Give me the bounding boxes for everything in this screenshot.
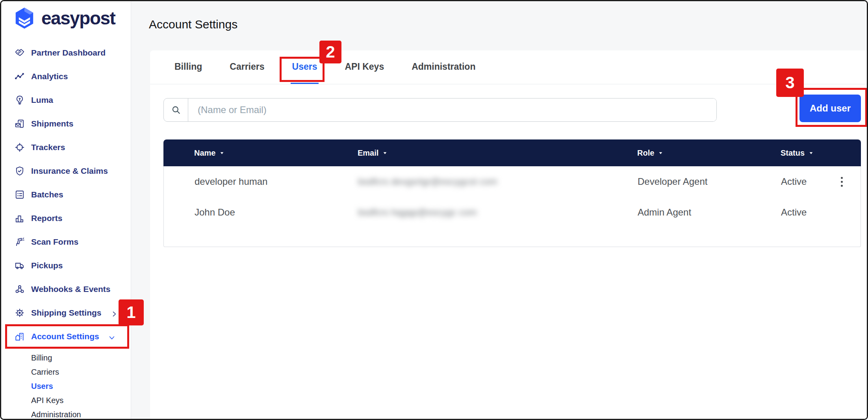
chevron-right-icon (110, 309, 118, 317)
table-body: developer human bsdfcrs devgsrtgr@escygc… (163, 166, 861, 247)
tab-carriers[interactable]: Carriers (228, 50, 266, 84)
sidebar-item-webhooks-events[interactable]: Webhooks & Events (1, 277, 131, 301)
search-icon (164, 98, 188, 121)
sidebar-item-label: Insurance & Claims (31, 166, 108, 176)
cell-status: Active (781, 176, 837, 187)
gear-icon (15, 308, 25, 318)
submenu-item-api-keys[interactable]: API Keys (1, 393, 131, 407)
chevron-down-icon (108, 333, 116, 340)
lightbulb-icon (15, 95, 25, 105)
row-menu-kebab-icon[interactable] (837, 177, 846, 187)
submenu-item-administration[interactable]: Administration (1, 407, 131, 420)
user-search-box (163, 98, 717, 122)
webhook-icon (15, 284, 25, 294)
envelope-icon (15, 119, 25, 129)
column-header-email[interactable]: Email (358, 149, 637, 158)
table-row: developer human bsdfcrs devgsrtgr@escygc… (164, 166, 861, 197)
users-table: Name Email Role Status (163, 139, 861, 247)
sidebar-item-luma[interactable]: Luma (1, 88, 131, 112)
easypost-logo-icon (12, 6, 37, 30)
sidebar-item-account-settings[interactable]: Account Settings (1, 325, 131, 348)
page-title: Account Settings (149, 18, 237, 31)
sidebar-item-shipping-settings[interactable]: Shipping Settings (1, 301, 131, 325)
sidebar-item-label: Shipments (31, 119, 73, 128)
column-header-status[interactable]: Status (781, 149, 837, 158)
sidebar-nav: Partner Dashboard Analytics (1, 41, 131, 420)
column-header-name[interactable]: Name (194, 149, 358, 158)
line-chart-icon (15, 71, 25, 82)
tab-administration[interactable]: Administration (410, 50, 477, 84)
crosshair-icon (15, 142, 25, 152)
cell-role: Developer Agent (638, 176, 781, 187)
tab-bar: Billing Carriers Users API Keys Administ… (150, 50, 867, 84)
sort-icon (382, 151, 388, 156)
sidebar-item-label: Batches (31, 190, 63, 199)
sidebar-item-partner-dashboard[interactable]: Partner Dashboard (1, 41, 131, 65)
sidebar-item-analytics[interactable]: Analytics (1, 65, 131, 88)
sidebar-item-shipments[interactable]: Shipments (1, 112, 131, 136)
cell-role: Admin Agent (638, 207, 781, 218)
easypost-logo[interactable]: easypost (12, 6, 115, 30)
tab-api-keys[interactable]: API Keys (343, 50, 386, 84)
table-row: John Doe bsdfcrs hqgqp@escygc com Admin … (164, 197, 861, 228)
cell-email-blurred: bsdfcrs hqgqp@escygc com (358, 207, 638, 218)
sidebar: easypost Partner Dashboard (1, 1, 131, 419)
sidebar-item-label: Reports (31, 214, 62, 223)
truck-icon (15, 260, 25, 271)
easypost-logo-text: easypost (41, 7, 115, 29)
app-window: easypost Partner Dashboard (0, 0, 868, 420)
cell-name: John Doe (195, 207, 358, 218)
search-input[interactable] (188, 98, 716, 121)
sort-icon (809, 151, 814, 156)
submenu-item-carriers[interactable]: Carriers (1, 365, 131, 379)
sidebar-item-insurance-claims[interactable]: Insurance & Claims (1, 159, 131, 183)
sidebar-item-label: Analytics (31, 72, 68, 81)
submenu-item-billing[interactable]: Billing (1, 351, 131, 365)
column-header-role[interactable]: Role (637, 149, 781, 158)
sidebar-item-label: Shipping Settings (31, 308, 102, 318)
scanner-icon (15, 237, 25, 247)
sidebar-item-label: Partner Dashboard (31, 48, 106, 58)
shield-check-icon (15, 166, 25, 176)
sidebar-item-label: Trackers (31, 143, 65, 152)
tab-users[interactable]: Users (291, 50, 319, 84)
table-header-row: Name Email Role Status (163, 139, 861, 166)
bar-chart-icon (15, 213, 25, 223)
sidebar-item-label: Account Settings (31, 332, 99, 341)
account-settings-submenu: Billing Carriers Users API Keys Administ… (1, 351, 131, 420)
sidebar-item-label: Scan Forms (31, 237, 78, 247)
submenu-item-users[interactable]: Users (1, 379, 131, 393)
sidebar-item-batches[interactable]: Batches (1, 183, 131, 206)
sidebar-item-trackers[interactable]: Trackers (1, 136, 131, 159)
cell-status: Active (781, 207, 837, 218)
sidebar-item-label: Webhooks & Events (31, 284, 111, 294)
handshake-icon (15, 48, 25, 58)
sidebar-item-scan-forms[interactable]: Scan Forms (1, 230, 131, 254)
add-user-button[interactable]: Add user (799, 95, 861, 122)
cell-email-blurred: bsdfcrs devgsrtgr@escygcst com (358, 176, 638, 187)
tab-billing[interactable]: Billing (173, 50, 204, 84)
list-box-icon (15, 190, 25, 200)
sort-icon (219, 151, 224, 156)
sidebar-item-label: Luma (31, 95, 53, 105)
cell-name: developer human (195, 176, 358, 187)
sort-icon (658, 151, 663, 156)
building-icon (15, 331, 25, 342)
sidebar-item-pickups[interactable]: Pickups (1, 254, 131, 277)
sidebar-item-reports[interactable]: Reports (1, 206, 131, 230)
sidebar-item-label: Pickups (31, 261, 63, 270)
